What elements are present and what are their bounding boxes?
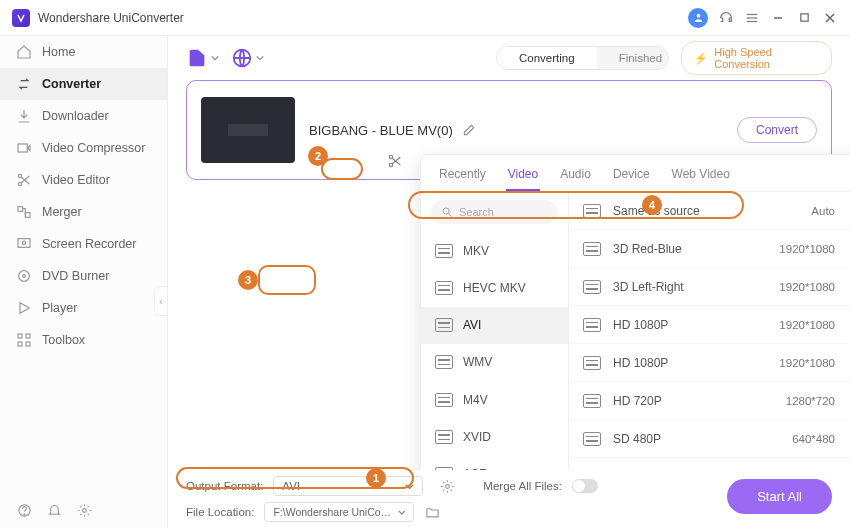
svg-rect-20 xyxy=(18,342,22,346)
sidebar-item-converter[interactable]: Converter xyxy=(0,68,167,100)
window-minimize-button[interactable] xyxy=(770,10,786,26)
file-location-value: F:\Wondershare UniConverter xyxy=(273,506,391,518)
sidebar-item-home[interactable]: Home xyxy=(0,36,167,68)
format-icon xyxy=(435,244,453,258)
svg-point-33 xyxy=(445,484,449,488)
sidebar-item-label: Downloader xyxy=(42,109,109,123)
sidebar-item-merger[interactable]: Merger xyxy=(0,196,167,228)
preset-label: 3D Red-Blue xyxy=(613,242,682,256)
preset-item[interactable]: SD 480P640*480 xyxy=(569,420,850,458)
trim-icon[interactable] xyxy=(387,153,403,169)
output-format-select[interactable]: AVI xyxy=(273,476,423,496)
start-all-button[interactable]: Start All xyxy=(727,479,832,514)
high-speed-badge[interactable]: ⚡ High Speed Conversion xyxy=(681,41,832,75)
support-icon[interactable] xyxy=(718,10,734,26)
convert-button[interactable]: Convert xyxy=(737,117,817,143)
output-settings-icon[interactable] xyxy=(439,478,455,494)
tab-recently[interactable]: Recently xyxy=(437,163,488,191)
svg-point-30 xyxy=(389,163,392,166)
format-item-hevc-mkv[interactable]: HEVC MKV xyxy=(421,269,568,306)
merge-toggle[interactable] xyxy=(572,479,598,493)
edit-name-icon[interactable] xyxy=(461,122,477,138)
format-search-input[interactable]: Search xyxy=(431,200,558,224)
convert-label: Convert xyxy=(756,123,798,137)
scissors-icon xyxy=(16,172,32,188)
tab-video[interactable]: Video xyxy=(506,163,540,191)
tab-finished[interactable]: Finished xyxy=(597,47,670,69)
svg-rect-19 xyxy=(26,334,30,338)
merger-icon xyxy=(16,204,32,220)
svg-point-24 xyxy=(82,508,86,512)
window-maximize-button[interactable] xyxy=(796,10,812,26)
play-icon xyxy=(16,300,32,316)
tab-web-video[interactable]: Web Video xyxy=(670,163,732,191)
preset-label: HD 720P xyxy=(613,394,662,408)
sidebar-item-label: Merger xyxy=(42,205,82,219)
sidebar-item-label: Video Compressor xyxy=(42,141,145,155)
preset-resolution: 640*480 xyxy=(792,433,835,445)
sidebar-item-downloader[interactable]: Downloader xyxy=(0,100,167,132)
preset-item[interactable]: 3D Red-Blue1920*1080 xyxy=(569,230,850,268)
svg-text:+: + xyxy=(199,58,205,69)
titlebar: Wondershare UniConverter xyxy=(0,0,850,36)
sidebar-item-label: Player xyxy=(42,301,77,315)
sidebar-item-screen-recorder[interactable]: Screen Recorder xyxy=(0,228,167,260)
sidebar-item-player[interactable]: Player xyxy=(0,292,167,324)
help-icon[interactable] xyxy=(16,502,32,518)
tab-label: Recently xyxy=(439,167,486,181)
tab-converting[interactable]: Converting xyxy=(497,47,597,69)
format-label: HEVC MKV xyxy=(463,281,526,295)
add-file-button[interactable]: + xyxy=(186,47,219,69)
footer: Output Format: AVI Merge All Files: File… xyxy=(168,470,850,528)
tab-audio[interactable]: Audio xyxy=(558,163,593,191)
svg-point-16 xyxy=(23,275,26,278)
window-close-button[interactable] xyxy=(822,10,838,26)
preset-item[interactable]: HD 1080P1920*1080 xyxy=(569,306,850,344)
svg-point-29 xyxy=(389,155,392,158)
preset-item[interactable]: Same as sourceAuto xyxy=(569,192,850,230)
output-format-label: Output Format: xyxy=(186,480,263,492)
sidebar-item-label: Toolbox xyxy=(42,333,85,347)
settings-icon[interactable] xyxy=(76,502,92,518)
svg-rect-11 xyxy=(18,207,23,212)
sidebar-item-video-editor[interactable]: Video Editor xyxy=(0,164,167,196)
tab-label: Converting xyxy=(519,52,575,64)
add-url-button[interactable] xyxy=(231,47,264,69)
tab-label: Finished xyxy=(619,52,662,64)
sidebar-item-toolbox[interactable]: Toolbox xyxy=(0,324,167,356)
format-icon xyxy=(435,430,453,444)
callout-highlight-3 xyxy=(258,265,316,295)
tab-device[interactable]: Device xyxy=(611,163,652,191)
hamburger-menu-icon[interactable] xyxy=(744,10,760,26)
svg-rect-12 xyxy=(25,213,30,218)
file-location-select[interactable]: F:\Wondershare UniConverter xyxy=(264,502,414,522)
preset-item[interactable]: HD 720P1280*720 xyxy=(569,382,850,420)
format-item-avi[interactable]: AVI xyxy=(421,307,568,344)
file-location-label: File Location: xyxy=(186,506,254,518)
bell-icon[interactable] xyxy=(46,502,62,518)
preset-icon xyxy=(583,356,601,370)
svg-rect-5 xyxy=(800,14,807,21)
sidebar: Home Converter Downloader Video Compress… xyxy=(0,36,168,528)
format-item-wmv[interactable]: WMV xyxy=(421,344,568,381)
converter-icon xyxy=(16,76,32,92)
output-format-value: AVI xyxy=(282,480,300,492)
tab-label: Web Video xyxy=(672,167,730,181)
preset-icon xyxy=(583,242,601,256)
user-avatar-icon[interactable] xyxy=(688,8,708,28)
sidebar-collapse-button[interactable]: ‹ xyxy=(154,286,168,316)
content-area: + Converting Finished ⚡ High Speed Conve… xyxy=(168,36,850,528)
format-item-m4v[interactable]: M4V xyxy=(421,381,568,418)
preset-item[interactable]: 3D Left-Right1920*1080 xyxy=(569,268,850,306)
sidebar-item-video-compressor[interactable]: Video Compressor xyxy=(0,132,167,164)
recorder-icon xyxy=(16,236,32,252)
svg-point-31 xyxy=(443,208,449,214)
format-item-mkv[interactable]: MKV xyxy=(421,232,568,269)
bolt-icon: ⚡ xyxy=(694,52,708,65)
preset-label: 3D Left-Right xyxy=(613,280,684,294)
open-folder-icon[interactable] xyxy=(424,504,440,520)
format-item-xvid[interactable]: XVID xyxy=(421,418,568,455)
sidebar-item-dvd-burner[interactable]: DVD Burner xyxy=(0,260,167,292)
preset-item[interactable]: HD 1080P1920*1080 xyxy=(569,344,850,382)
sidebar-item-label: Video Editor xyxy=(42,173,110,187)
